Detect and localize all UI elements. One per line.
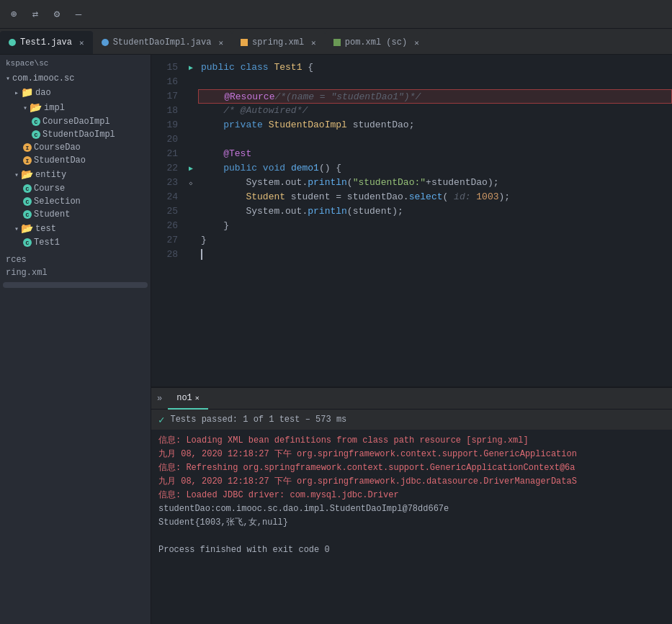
- tree-label-dao: dao: [35, 88, 51, 98]
- interface-icon-coursedao: I: [23, 143, 32, 152]
- toolbar: ⊕ ⇄ ⚙ —: [0, 0, 672, 29]
- sidebar-rces: rces: [0, 253, 151, 266]
- bottom-tab-label-no1: no1: [176, 393, 192, 403]
- folder-impl-icon: ▾: [23, 104, 27, 112]
- tree-label-comimoocsc: com.imooc.sc: [12, 73, 74, 83]
- gutter-26: [184, 233, 198, 248]
- gutter-23: [184, 190, 198, 204]
- tab-close-pom[interactable]: ✕: [414, 38, 419, 48]
- code-line-24: Student student = studentDao.select( id:…: [198, 190, 672, 204]
- bottom-tab-arrow[interactable]: »: [151, 394, 168, 404]
- console-line-3: 信息: Refreshing org.springframework.conte…: [158, 461, 665, 475]
- tree-label-entity: entity: [35, 170, 66, 180]
- tab-label-test1: Test1.java: [20, 37, 72, 48]
- gutter-16: [184, 75, 198, 89]
- bottom-panel: » no1 ✕ ✓ Tests passed: 1 of 1 test – 57…: [151, 386, 672, 624]
- tree-item-dao[interactable]: ▸ 📁 dao: [0, 85, 151, 100]
- settings-icon[interactable]: ⚙: [50, 8, 63, 21]
- console-line-1: 信息: Loading XML bean definitions from cl…: [158, 434, 665, 448]
- code-line-19: private StudentDaoImpl studentDao;: [198, 118, 672, 132]
- console-line-8: [158, 530, 665, 543]
- folder-dao-icon: ▸: [14, 89, 19, 97]
- tab-close-spring[interactable]: ✕: [311, 38, 316, 48]
- tab-close-studentdaoimpl[interactable]: ✕: [218, 38, 223, 48]
- gutter-27: [184, 248, 198, 262]
- main-layout: kspace\sc ▾ com.imooc.sc ▸ 📁 dao ▾ 📂 imp…: [0, 55, 672, 624]
- class-icon-student: C: [23, 210, 32, 219]
- gutter-run-22[interactable]: ▶: [184, 161, 198, 176]
- tab-close-test1[interactable]: ✕: [79, 38, 84, 48]
- tree-item-test1[interactable]: C Test1: [0, 236, 151, 249]
- tree-item-coursedao[interactable]: I CourseDao: [0, 141, 151, 154]
- tab-label-pom: pom.xml (sc): [345, 37, 407, 48]
- tab-label-studentdaoimpl: StudentDaoImpl.java: [113, 37, 212, 48]
- code-line-26: }: [198, 219, 672, 233]
- console-line-5: 信息: Loaded JDBC driver: com.mysql.jdbc.D…: [158, 489, 665, 502]
- tab-icon-studentdaoimpl: [102, 39, 109, 46]
- bottom-tab-no1[interactable]: no1 ✕: [168, 388, 208, 410]
- gutter-21: [184, 147, 198, 161]
- gutter-25: [184, 219, 198, 233]
- tree-label-course: Course: [34, 184, 65, 194]
- code-line-25: System.out.println(student);: [198, 204, 672, 219]
- refresh-icon[interactable]: ⊕: [7, 8, 20, 21]
- gutter-24: [184, 204, 198, 219]
- minimize-icon[interactable]: —: [72, 8, 85, 21]
- console-line-9: Process finished with exit code 0: [158, 543, 665, 557]
- tree-label-test: test: [35, 224, 56, 234]
- code-editor[interactable]: public class Test1 { @Resource/*(name = …: [198, 55, 672, 386]
- tree-item-coursedaoimpl[interactable]: C CourseDaoImpl: [0, 115, 151, 128]
- folder-test-glyph: 📂: [21, 222, 33, 235]
- tab-icon-spring: [241, 39, 248, 46]
- code-line-27: }: [198, 233, 672, 248]
- tab-test1[interactable]: Test1.java ✕: [0, 31, 93, 54]
- gutter-20: [184, 132, 198, 147]
- sidebar-header: kspace\sc: [0, 55, 151, 72]
- editor-area: 15 16 17 18 19 20 21 22 23 24 25 26 27 2…: [151, 55, 672, 624]
- tree-item-selection[interactable]: C Selection: [0, 195, 151, 208]
- tree-label-studentdaoimpl: StudentDaoImpl: [42, 130, 115, 140]
- console-line-2: 九月 08, 2020 12:18:27 下午 org.springframew…: [158, 448, 665, 461]
- console-line-7: Student{1003,张飞,女,null}: [158, 516, 665, 530]
- sidebar-scrollbar[interactable]: [3, 282, 148, 288]
- tab-icon-test1: [9, 39, 16, 46]
- split-icon[interactable]: ⇄: [29, 8, 42, 21]
- tree-item-studentdaoimpl[interactable]: C StudentDaoImpl: [0, 128, 151, 141]
- code-line-20: [198, 132, 672, 147]
- code-line-21: @Test: [198, 147, 672, 161]
- tab-pom[interactable]: pom.xml (sc) ✕: [325, 31, 428, 54]
- gutter-19: [184, 118, 198, 132]
- sidebar-springxml: ring.xml: [0, 266, 151, 279]
- folder-impl-glyph: 📂: [30, 101, 42, 114]
- tab-spring[interactable]: spring.xml ✕: [232, 31, 325, 54]
- console-line-6: studentDao:com.imooc.sc.dao.impl.Student…: [158, 502, 665, 516]
- bottom-tab-close-no1[interactable]: ✕: [195, 394, 200, 402]
- code-container: 15 16 17 18 19 20 21 22 23 24 25 26 27 2…: [151, 55, 672, 386]
- folder-icon: ▾: [6, 74, 10, 83]
- code-line-16: [198, 75, 672, 89]
- code-line-22: public void demo1() {: [198, 161, 672, 176]
- gutter-run-15[interactable]: ▶: [184, 60, 198, 75]
- test-pass-icon: ✓: [158, 414, 164, 426]
- console-output: 信息: Loading XML bean definitions from cl…: [151, 430, 672, 624]
- tree-item-impl[interactable]: ▾ 📂 impl: [0, 100, 151, 115]
- line-numbers: 15 16 17 18 19 20 21 22 23 24 25 26 27 2…: [151, 55, 184, 386]
- tree-item-studentdao[interactable]: I StudentDao: [0, 154, 151, 167]
- tree-item-entity[interactable]: ▾ 📂 entity: [0, 167, 151, 182]
- tree-item-test[interactable]: ▾ 📂 test: [0, 221, 151, 236]
- gutter-breakpoint-22b[interactable]: ◇: [184, 176, 198, 190]
- folder-test-icon: ▾: [14, 225, 19, 233]
- tab-icon-pom: [333, 39, 341, 46]
- class-icon-selection: C: [23, 197, 32, 206]
- code-line-15: public class Test1 {: [198, 60, 672, 75]
- tabbar: Test1.java ✕ StudentDaoImpl.java ✕ sprin…: [0, 29, 672, 55]
- bottom-tabbar: » no1 ✕: [151, 388, 672, 410]
- code-line-18: /* @Autowired*/: [198, 104, 672, 118]
- class-icon-test1: C: [23, 238, 32, 247]
- tree-item-course[interactable]: C Course: [0, 182, 151, 195]
- sidebar: kspace\sc ▾ com.imooc.sc ▸ 📁 dao ▾ 📂 imp…: [0, 55, 151, 624]
- tab-studentdaoimpl[interactable]: StudentDaoImpl.java ✕: [93, 31, 232, 54]
- tree-item-comimoocsc[interactable]: ▾ com.imooc.sc: [0, 72, 151, 85]
- tree-item-student[interactable]: C Student: [0, 208, 151, 221]
- code-line-23: System.out.println("studentDao:"+student…: [198, 176, 672, 190]
